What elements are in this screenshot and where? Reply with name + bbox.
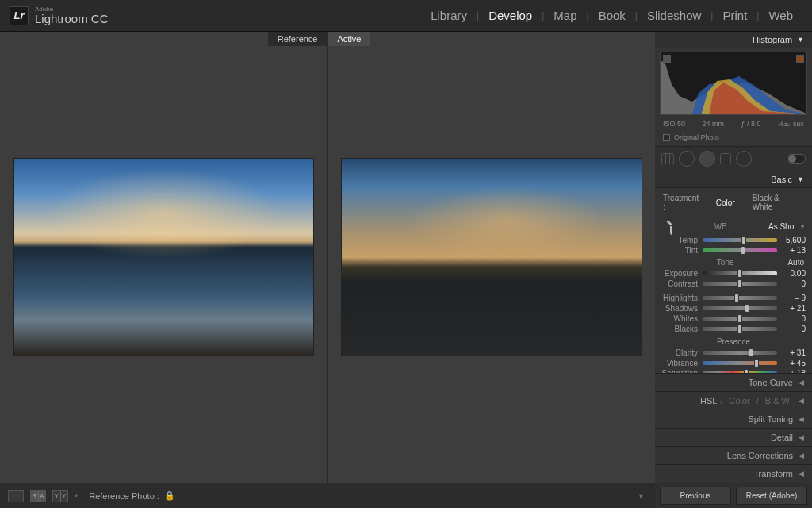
- module-print[interactable]: Print: [713, 9, 756, 22]
- module-web[interactable]: Web: [759, 9, 802, 22]
- histogram-header[interactable]: Histogram▼: [655, 32, 812, 48]
- lock-icon[interactable]: 🔒: [164, 491, 175, 501]
- split-toning-label: Split Toning: [748, 414, 793, 424]
- logo-icon: Lr: [10, 6, 29, 25]
- tint-value[interactable]: + 13: [782, 246, 806, 255]
- lens-corrections-panel[interactable]: Lens Corrections◀: [655, 446, 812, 464]
- view-ref-horizontal-button[interactable]: RA: [30, 490, 46, 502]
- exif-shutter: ¹⁄₁₂₅ sec: [778, 120, 804, 128]
- module-library[interactable]: Library: [421, 9, 477, 22]
- detail-label: Detail: [771, 433, 793, 442]
- clarity-value[interactable]: + 31: [782, 348, 806, 357]
- app-logo: Lr Adobe Lightroom CC: [10, 6, 109, 25]
- treatment-color[interactable]: Color: [710, 197, 741, 209]
- exposure-slider[interactable]: [703, 271, 777, 275]
- reset-button[interactable]: Reset (Adobe): [736, 487, 807, 505]
- contrast-value[interactable]: 0: [782, 279, 806, 288]
- module-slideshow[interactable]: Slideshow: [638, 9, 710, 22]
- view-ref-vertical-button[interactable]: YY: [52, 490, 68, 502]
- module-map[interactable]: Map: [544, 9, 586, 22]
- shadows-label: Shadows: [661, 304, 698, 313]
- blacks-label: Blacks: [661, 325, 698, 333]
- crop-tool[interactable]: [661, 153, 674, 164]
- exposure-label: Exposure: [661, 269, 698, 278]
- canvas-area: Reference Active: [0, 32, 655, 483]
- saturation-slider[interactable]: [703, 371, 777, 373]
- blacks-value[interactable]: 0: [782, 325, 806, 333]
- whites-slider[interactable]: [703, 317, 777, 321]
- hsl-color-label: Color: [729, 396, 749, 406]
- presence-label: Presence: [655, 334, 812, 348]
- treatment-label: Treatment :: [663, 194, 700, 211]
- original-photo-label: Original Photo: [674, 133, 719, 141]
- highlights-value[interactable]: – 9: [782, 294, 806, 302]
- view-loupe-button[interactable]: [8, 490, 24, 502]
- wb-value[interactable]: As Shot: [768, 222, 796, 231]
- vibrance-slider[interactable]: [703, 361, 777, 365]
- basic-header[interactable]: Basic▼: [655, 171, 812, 188]
- active-tag: Active: [328, 32, 371, 46]
- exif-iso: ISO 50: [663, 120, 685, 128]
- exif-row: ISO 50 24 mm ƒ / 8.0 ¹⁄₁₂₅ sec: [655, 118, 812, 131]
- lens-label: Lens Corrections: [727, 451, 793, 460]
- split-toning-panel[interactable]: Split Toning◀: [655, 410, 812, 428]
- highlights-slider[interactable]: [703, 296, 777, 300]
- tint-label: Tint: [661, 246, 698, 255]
- previous-button[interactable]: Previous: [660, 487, 731, 505]
- hsl-panel[interactable]: HSL/Color/B & W◀: [655, 391, 812, 410]
- spot-tool[interactable]: [679, 151, 695, 167]
- reference-photo[interactable]: [13, 158, 315, 356]
- top-bar: Lr Adobe Lightroom CC Library| Develop| …: [0, 0, 812, 32]
- panel-switch[interactable]: [787, 154, 806, 164]
- active-photo[interactable]: [341, 158, 642, 356]
- grad-tool[interactable]: [720, 153, 731, 164]
- clarity-slider[interactable]: [703, 351, 777, 355]
- temp-label: Temp: [661, 236, 698, 244]
- tone-label: Tone: [663, 258, 787, 267]
- reference-photo-label: Reference Photo : 🔒: [89, 491, 175, 501]
- shadow-clip-icon[interactable]: [663, 55, 671, 63]
- module-book[interactable]: Book: [589, 9, 635, 22]
- wb-row: WB : As Shot ▾: [655, 217, 812, 235]
- detail-panel[interactable]: Detail◀: [655, 428, 812, 446]
- svg-rect-0: [667, 220, 672, 225]
- hsl-bw-label: B & W: [765, 396, 790, 406]
- hsl-label: HSL: [700, 396, 717, 406]
- highlight-clip-icon[interactable]: [796, 55, 804, 63]
- redeye-tool[interactable]: [699, 151, 715, 167]
- active-pane: Active: [328, 32, 656, 483]
- tone-curve-label: Tone Curve: [749, 378, 793, 387]
- temp-value[interactable]: 5,600: [782, 236, 806, 244]
- temp-slider[interactable]: [703, 238, 777, 242]
- toolbar: RA YY • Reference Photo : 🔒 ▼: [0, 483, 655, 508]
- right-panel: Histogram▼ ISO 50 24 mm ƒ / 8.0 ¹⁄₁₂₅ se…: [655, 32, 812, 483]
- reference-tag: Reference: [268, 32, 327, 46]
- tone-curve-panel[interactable]: Tone Curve◀: [655, 373, 812, 391]
- bottom-right-buttons: Previous Reset (Adobe): [655, 483, 812, 508]
- exif-aperture: ƒ / 8.0: [741, 120, 760, 128]
- treatment-bw[interactable]: Black & White: [746, 192, 804, 213]
- shadows-value[interactable]: + 21: [782, 304, 806, 313]
- transform-panel[interactable]: Transform◀: [655, 464, 812, 483]
- reference-pane: Reference: [0, 32, 328, 483]
- checkbox-icon: [663, 134, 670, 141]
- histogram[interactable]: [660, 52, 807, 115]
- radial-tool[interactable]: [736, 151, 752, 167]
- toolbar-dropdown[interactable]: ▼: [638, 492, 647, 500]
- blacks-slider[interactable]: [703, 327, 777, 331]
- exif-focal: 24 mm: [702, 120, 724, 128]
- whites-value[interactable]: 0: [782, 314, 806, 323]
- histogram-title: Histogram: [753, 35, 792, 44]
- transform-label: Transform: [753, 469, 793, 479]
- basic-title: Basic: [771, 175, 792, 184]
- vibrance-value[interactable]: + 45: [782, 359, 806, 368]
- original-photo-toggle[interactable]: Original Photo: [655, 131, 812, 146]
- tint-slider[interactable]: [703, 248, 777, 252]
- shadows-slider[interactable]: [703, 306, 777, 310]
- exposure-value[interactable]: 0.00: [782, 269, 806, 278]
- auto-tone-button[interactable]: Auto: [787, 258, 804, 267]
- module-picker: Library| Develop| Map| Book| Slideshow| …: [421, 9, 802, 22]
- contrast-slider[interactable]: [703, 282, 777, 286]
- eyedropper-icon[interactable]: [660, 216, 680, 236]
- module-develop[interactable]: Develop: [479, 9, 542, 22]
